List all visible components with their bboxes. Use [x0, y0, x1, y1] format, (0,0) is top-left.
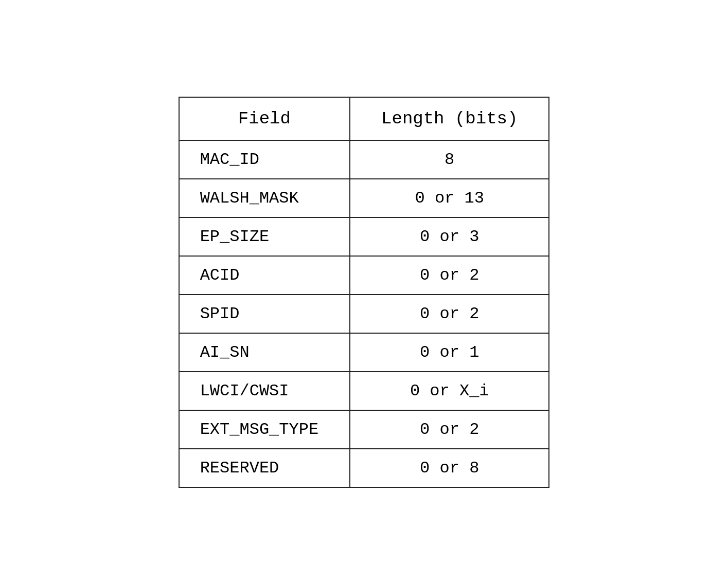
header-field: Field — [179, 97, 350, 140]
table-row: MAC_ID8 — [179, 140, 549, 179]
cell-length: 0 or 13 — [350, 179, 549, 217]
table-row: SPID0 or 2 — [179, 295, 549, 333]
cell-length: 0 or 3 — [350, 217, 549, 256]
cell-length: 0 or X_i — [350, 372, 549, 410]
cell-length: 0 or 1 — [350, 333, 549, 372]
table-row: AI_SN0 or 1 — [179, 333, 549, 372]
cell-field: RESERVED — [179, 449, 350, 487]
cell-field: EP_SIZE — [179, 217, 350, 256]
cell-length: 0 or 2 — [350, 295, 549, 333]
header-row: Field Length (bits) — [179, 97, 549, 140]
cell-field: AI_SN — [179, 333, 350, 372]
header-length: Length (bits) — [350, 97, 549, 140]
data-table: Field Length (bits) MAC_ID8WALSH_MASK0 o… — [179, 97, 550, 488]
cell-field: ACID — [179, 256, 350, 295]
cell-field: EXT_MSG_TYPE — [179, 410, 350, 449]
table-row: LWCI/CWSI0 or X_i — [179, 372, 549, 410]
table-row: EXT_MSG_TYPE0 or 2 — [179, 410, 549, 449]
table-row: EP_SIZE0 or 3 — [179, 217, 549, 256]
table-row: ACID0 or 2 — [179, 256, 549, 295]
cell-length: 8 — [350, 140, 549, 179]
cell-length: 0 or 2 — [350, 256, 549, 295]
cell-field: MAC_ID — [179, 140, 350, 179]
table-row: WALSH_MASK0 or 13 — [179, 179, 549, 217]
cell-field: SPID — [179, 295, 350, 333]
cell-field: WALSH_MASK — [179, 179, 350, 217]
cell-length: 0 or 8 — [350, 449, 549, 487]
cell-length: 0 or 2 — [350, 410, 549, 449]
page-container: Field Length (bits) MAC_ID8WALSH_MASK0 o… — [0, 0, 728, 584]
table-wrapper: Field Length (bits) MAC_ID8WALSH_MASK0 o… — [158, 76, 571, 508]
cell-field: LWCI/CWSI — [179, 372, 350, 410]
table-row: RESERVED0 or 8 — [179, 449, 549, 487]
